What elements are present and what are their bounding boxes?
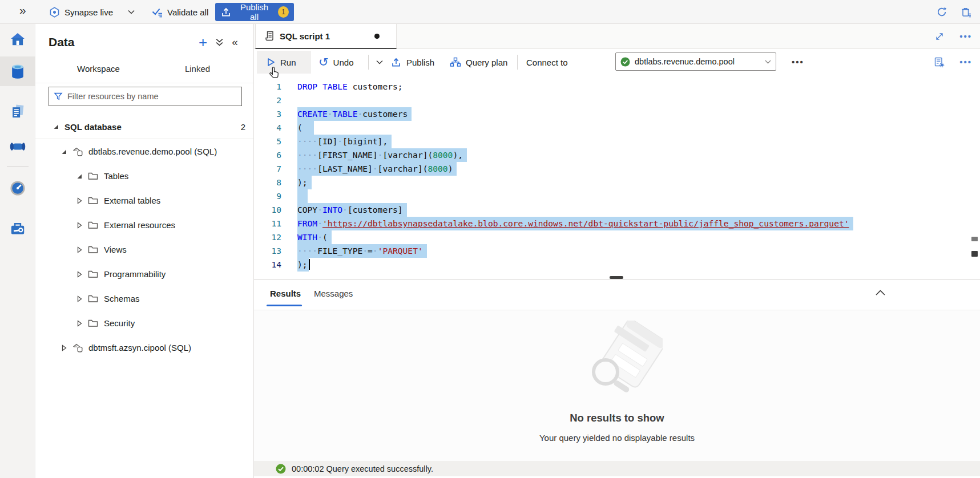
line-number: 7	[254, 162, 281, 176]
tab-results[interactable]: Results	[270, 289, 301, 298]
tree-item-tables[interactable]: Tables	[35, 164, 253, 188]
document-tab-title: SQL script 1	[280, 31, 330, 41]
tree-item-dbtmsft-azsyn-cipool-sql-[interactable]: dbtmsft.azsyn.cipool (SQL)	[35, 335, 253, 360]
rail-home-button[interactable]	[0, 24, 35, 54]
manage-icon	[10, 221, 26, 236]
rail-integrate-button[interactable]	[0, 132, 35, 161]
mouse-pointer-hand	[268, 66, 279, 79]
collapsed-twisty-icon[interactable]	[61, 345, 67, 351]
line-number: 8	[254, 176, 281, 189]
sql-editor[interactable]: 1DROP TABLE customers;23CREATE·TABLE·cus…	[254, 75, 980, 279]
toolbar-divider	[517, 55, 518, 70]
tree-item-sql-database[interactable]: SQL database2	[35, 115, 253, 139]
connected-check-icon	[620, 57, 630, 67]
mode-selector[interactable]: Synapse live	[49, 0, 135, 24]
publish-button[interactable]: Publish	[390, 49, 434, 75]
collapsed-twisty-icon[interactable]	[76, 320, 83, 327]
code-line-7[interactable]: 7····[LAST_NAME]·[varchar](8000)	[254, 162, 980, 176]
validate-icon	[151, 7, 163, 18]
tab-sql-script-1[interactable]: SQL script 1	[255, 24, 397, 49]
filter-box	[49, 87, 242, 106]
main-area: SQL script 1 ••• Run ↺ Undo	[254, 24, 980, 478]
tab-workspace[interactable]: Workspace	[71, 64, 126, 74]
folder-icon	[88, 221, 99, 229]
collapsed-twisty-icon[interactable]	[76, 222, 83, 229]
add-resource-icon[interactable]: +	[199, 37, 207, 48]
validate-all-button[interactable]: Validate all	[151, 0, 208, 24]
line-number: 1	[254, 80, 281, 94]
code-line-3[interactable]: 3CREATE·TABLE·customers	[254, 107, 980, 121]
code-line-5[interactable]: 5····[ID]·[bigint],	[254, 135, 980, 148]
expanded-twisty-icon[interactable]	[76, 173, 83, 180]
tree-item-label: Views	[104, 245, 127, 254]
rail-manage-button[interactable]	[0, 213, 35, 243]
integrate-icon	[9, 140, 26, 153]
monitor-icon	[10, 180, 26, 196]
folder-icon	[88, 319, 99, 327]
code-line-8[interactable]: 8);	[254, 176, 980, 189]
refresh-icon[interactable]	[936, 6, 947, 18]
connect-pool-dropdown[interactable]: dbtlabs.revenue.demo.pool	[615, 52, 776, 71]
toolbar-overflow-icon[interactable]: •••	[959, 59, 972, 65]
line-number: 11	[254, 217, 281, 230]
toolbar-more-actions-icon[interactable]: •••	[792, 59, 804, 65]
line-number: 2	[254, 94, 281, 107]
status-message: 00:00:02 Query executed successfully.	[292, 464, 433, 473]
tree-item-security[interactable]: Security	[35, 311, 253, 335]
rail-monitor-button[interactable]	[0, 173, 35, 203]
publish-all-label: Publish all	[236, 2, 273, 22]
folder-icon	[88, 270, 99, 278]
tree-item-label: Tables	[104, 171, 128, 181]
code-line-11[interactable]: 11FROM·'https://dbtlabsynapsedatalake.bl…	[254, 217, 980, 230]
collapsed-twisty-icon[interactable]	[76, 271, 83, 278]
discard-all-icon[interactable]	[960, 6, 972, 18]
code-line-2[interactable]: 2	[254, 94, 980, 107]
rail-data-button[interactable]	[0, 56, 35, 86]
code-line-6[interactable]: 6····[FIRST_NAME]·[varchar](8000),	[254, 148, 980, 162]
expanded-twisty-icon[interactable]	[53, 123, 59, 130]
tree-item-schemas[interactable]: Schemas	[35, 286, 253, 311]
publish-label: Publish	[406, 58, 434, 67]
collapsed-twisty-icon[interactable]	[76, 197, 83, 204]
code-line-9[interactable]: 9	[254, 189, 980, 203]
undo-button[interactable]: ↺ Undo	[318, 49, 353, 75]
collapse-panel-icon[interactable]: «	[232, 38, 238, 46]
dropdown-chevron-icon	[765, 60, 771, 64]
validate-all-label: Validate all	[167, 7, 208, 17]
tree-item-dbtlabs-revenue-demo-pool-sql-[interactable]: dbtlabs.revenue.demo.pool (SQL)	[35, 139, 253, 164]
expand-editor-icon[interactable]	[934, 31, 945, 42]
home-icon	[10, 31, 26, 46]
code-lines: 1DROP TABLE customers;23CREATE·TABLE·cus…	[254, 80, 980, 272]
code-line-12[interactable]: 12WITH·(	[254, 230, 980, 244]
text-cursor	[309, 259, 310, 270]
collapsed-twisty-icon[interactable]	[76, 246, 83, 253]
tree-item-external-tables[interactable]: External tables	[35, 188, 253, 213]
collapse-all-icon[interactable]	[215, 38, 224, 47]
pool-icon	[72, 343, 84, 353]
splitter-handle[interactable]	[610, 276, 623, 279]
tree-item-label: External resources	[104, 220, 175, 230]
filter-input[interactable]	[67, 92, 237, 101]
code-line-4[interactable]: 4(	[254, 121, 980, 135]
undo-dropdown-chevron[interactable]	[376, 49, 383, 75]
collapsed-twisty-icon[interactable]	[76, 295, 83, 302]
tree-item-programmability[interactable]: Programmability	[35, 262, 253, 286]
tab-more-actions-icon[interactable]: •••	[959, 34, 972, 39]
code-line-13[interactable]: 13····FILE_TYPE·=·'PARQUET'	[254, 244, 980, 258]
rail-develop-button[interactable]	[0, 96, 35, 126]
code-line-10[interactable]: 10COPY·INTO·[customers]	[254, 203, 980, 217]
collapse-results-icon[interactable]	[875, 289, 886, 296]
folder-icon	[88, 196, 99, 205]
tree-item-views[interactable]: Views	[35, 237, 253, 262]
expand-nav-icon[interactable]: »	[19, 3, 26, 17]
tree-item-external-resources[interactable]: External resources	[35, 213, 253, 237]
sql-script-icon	[264, 30, 275, 42]
tab-messages[interactable]: Messages	[314, 289, 353, 298]
expanded-twisty-icon[interactable]	[61, 148, 67, 155]
properties-icon[interactable]	[934, 56, 945, 68]
tab-linked[interactable]: Linked	[184, 64, 211, 74]
code-line-14[interactable]: 14);	[254, 258, 980, 272]
code-line-1[interactable]: 1DROP TABLE customers;	[254, 80, 980, 94]
query-plan-button[interactable]: Query plan	[450, 49, 507, 75]
publish-all-button[interactable]: Publish all 1	[215, 3, 294, 21]
